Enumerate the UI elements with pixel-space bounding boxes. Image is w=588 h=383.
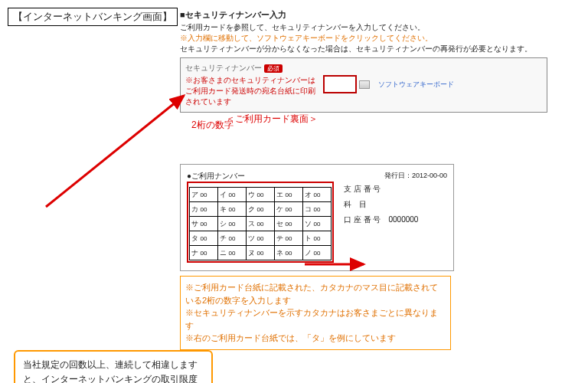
instruction-line-3: セキュリティナンバーが分からなくなった場合は、セキュリティナンバーの再発行が必要… — [180, 44, 547, 54]
section-head: ■セキュリティナンバー入力 — [180, 9, 547, 21]
kana-cell: イ 00 — [218, 188, 247, 202]
kana-cell: キ 00 — [218, 202, 247, 217]
kana-cell: ナ 00 — [190, 246, 218, 260]
kana-cell: ソ 00 — [303, 217, 332, 231]
kana-cell: ト 00 — [303, 231, 332, 246]
explain-box: ※ご利用カード台紙に記載された、カタカナのマス目に記載されている2桁の数字を入力… — [180, 276, 451, 350]
security-number-input[interactable] — [323, 75, 357, 93]
kana-cell: サ 00 — [190, 217, 218, 231]
kana-grid: ア 00イ 00ウ 00エ 00オ 00カ 00キ 00ク 00ケ 00コ 00… — [189, 187, 332, 260]
issue-date: 発行日：2012-00-00 — [384, 171, 447, 181]
kana-cell: ヌ 00 — [247, 246, 275, 260]
kana-cell: ネ 00 — [275, 246, 303, 260]
kana-cell: ス 00 — [247, 217, 275, 231]
kana-cell: チ 00 — [218, 231, 247, 246]
kana-cell: タ 00 — [190, 231, 218, 246]
instruction-line-1: ご利用カードを参照して、セキュリティナンバーを入力してください。 — [180, 22, 547, 33]
kana-cell: ク 00 — [247, 202, 275, 217]
card-back-label: ●ご利用ナンバー — [187, 172, 245, 180]
kana-cell: オ 00 — [303, 188, 332, 202]
caution-bubble: 当社規定の回数以上、連続して相違しますと、インターネットバンキングの取引限度額の… — [14, 350, 213, 384]
kana-cell: ツ 00 — [247, 231, 275, 246]
kana-cell: エ 00 — [275, 188, 303, 202]
instruction-line-2: ※入力欄に移動して、ソフトウェアキーボードをクリックしてください。 — [180, 33, 547, 44]
kana-cell: テ 00 — [275, 231, 303, 246]
kana-cell: ウ 00 — [247, 188, 275, 202]
panel-note: ※お客さまのセキュリティナンバーはご利用カード発送時の宛名台紙に印刷されています — [185, 75, 315, 107]
kana-cell: ケ 00 — [275, 202, 303, 217]
kana-cell: ノ 00 — [303, 246, 332, 260]
panel-label: セキュリティナンバー — [185, 64, 262, 72]
keyboard-icon — [359, 80, 370, 89]
card-fields: 支 店 番 号 科 目 口 座 番 号 0000000 — [344, 182, 418, 228]
kana-cell: セ 00 — [275, 217, 303, 231]
page-title: 【インターネットバンキング画面】 — [8, 8, 178, 26]
kana-cell: ア 00 — [190, 188, 218, 202]
arrow-to-input — [23, 84, 199, 214]
kana-cell: シ 00 — [218, 217, 247, 231]
card-back-panel: ●ご利用ナンバー 発行日：2012-00-00 ア 00イ 00ウ 00エ 00… — [180, 164, 454, 271]
kana-cell: カ 00 — [190, 202, 218, 217]
security-number-panel: セキュリティナンバー 必須 ※お客さまのセキュリティナンバーはご利用カード発送時… — [180, 57, 547, 113]
soft-keyboard-link[interactable]: ソフトウェアキーボード — [359, 80, 454, 88]
two-digit-annotation: 2桁の数字 — [191, 119, 234, 132]
kana-cell: ニ 00 — [218, 246, 247, 260]
card-back-heading: ＜ご利用カード裏面＞ — [226, 113, 547, 126]
required-badge: 必須 — [264, 64, 283, 73]
svg-line-0 — [46, 96, 184, 207]
kana-cell: コ 00 — [303, 202, 332, 217]
